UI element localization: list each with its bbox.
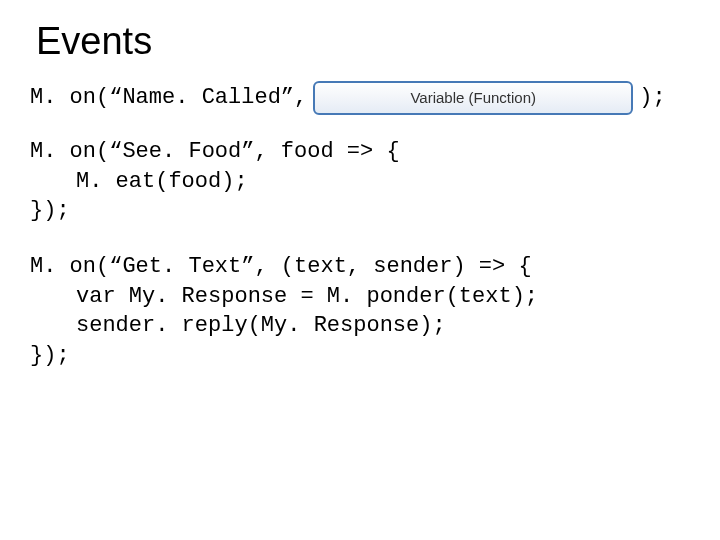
code-line-1: M. on(“Name. Called”, Variable (Function… <box>30 81 690 115</box>
code-text-right: ); <box>639 83 665 113</box>
code-line: sender. reply(My. Response); <box>30 311 690 341</box>
code-line: }); <box>30 198 70 223</box>
code-block-2: M. on(“See. Food”, food => { M. eat(food… <box>30 137 690 226</box>
slide: Events M. on(“Name. Called”, Variable (F… <box>0 0 720 540</box>
code-line: }); <box>30 343 70 368</box>
code-line: var My. Response = M. ponder(text); <box>30 282 690 312</box>
code-line: M. eat(food); <box>30 167 690 197</box>
badge-label: Variable (Function) <box>410 88 536 108</box>
page-title: Events <box>30 20 690 63</box>
code-line: M. on(“See. Food”, food => { <box>30 139 400 164</box>
code-block-3: M. on(“Get. Text”, (text, sender) => { v… <box>30 252 690 371</box>
variable-function-badge: Variable (Function) <box>313 81 633 115</box>
code-text-left: M. on(“Name. Called”, <box>30 83 307 113</box>
code-line: M. on(“Get. Text”, (text, sender) => { <box>30 254 532 279</box>
content-area: M. on(“Name. Called”, Variable (Function… <box>30 81 690 371</box>
